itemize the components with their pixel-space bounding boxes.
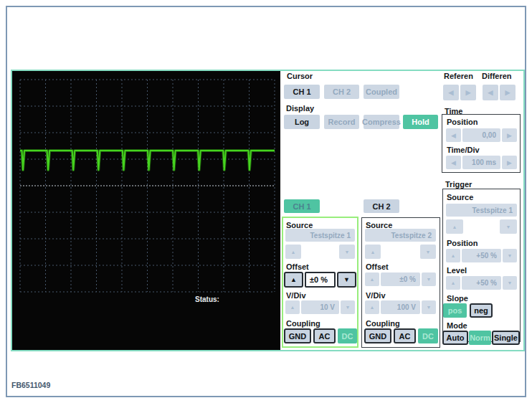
trigger-position-spinner: ▲ +50 % ▼: [446, 249, 517, 262]
differen-prev-button[interactable]: ◀: [483, 85, 498, 100]
ch1-source-up-button[interactable]: ▲: [285, 245, 301, 259]
arrow-up-icon: ▲: [370, 277, 375, 282]
ch1-offset-value: ±0 %: [305, 272, 336, 288]
arrow-up-icon: ▲: [451, 280, 456, 285]
display-compress-button[interactable]: Compress: [364, 115, 399, 129]
arrow-left-icon: ◀: [449, 89, 454, 96]
ch1-tab-button[interactable]: CH 1: [284, 199, 320, 213]
trigger-slope-label: Slope: [447, 294, 468, 303]
oscilloscope-app: { "footer_id": "FB6511049", "scope": { "…: [0, 0, 532, 403]
arrow-down-icon: ▼: [506, 224, 511, 229]
ch1-vdiv-spinner: ▲ 10 V ▼: [285, 300, 355, 314]
arrow-up-icon: ▲: [290, 305, 295, 310]
ch1-offset-down-button[interactable]: ▼: [337, 272, 356, 288]
cursor-ch1-button[interactable]: CH 1: [284, 85, 320, 99]
ch1-offset-label: Offset: [286, 262, 309, 271]
arrow-down-icon: ▼: [345, 250, 350, 255]
ch2-offset-down-button[interactable]: ▼: [422, 272, 436, 286]
ch2-vdiv-down-button[interactable]: ▼: [422, 300, 436, 314]
trigger-level-up-button[interactable]: ▲: [446, 276, 460, 290]
ch2-source-selector: ▲ ▼: [365, 245, 436, 259]
trigger-level-down-button[interactable]: ▼: [503, 276, 517, 290]
ch2-vdiv-spinner: ▲ 100 V ▼: [365, 300, 436, 314]
cursor-ch2-button[interactable]: CH 2: [324, 85, 359, 99]
ch1-coupling-label: Coupling: [286, 319, 320, 328]
cursor-coupled-button[interactable]: Coupled: [364, 85, 399, 99]
referen-prev-button[interactable]: ◀: [443, 85, 459, 100]
ch2-vdiv-up-button[interactable]: ▲: [365, 300, 379, 314]
trigger-level-label: Level: [447, 266, 467, 275]
ch2-vdiv-label: V/Div: [366, 291, 386, 300]
ch1-vdiv-label: V/Div: [286, 291, 306, 300]
trigger-level-value: +50 %: [462, 276, 501, 290]
ch2-offset-label: Offset: [366, 262, 389, 271]
display-section-label: Display: [286, 104, 314, 113]
arrow-right-icon: ▶: [466, 89, 471, 96]
ch2-tab-button[interactable]: CH 2: [364, 199, 399, 213]
trigger-section-label: Trigger: [445, 180, 472, 189]
ch1-coupling-ac-button[interactable]: AC: [313, 328, 336, 343]
differen-next-button[interactable]: ▶: [500, 85, 516, 100]
mode-norm-button[interactable]: Norm: [469, 331, 491, 345]
trigger-position-label: Position: [447, 239, 478, 247]
arrow-right-icon: ▶: [507, 159, 512, 166]
ch2-source-spacer: [382, 245, 419, 259]
display-record-button[interactable]: Record: [324, 115, 359, 129]
arrow-up-icon: ▲: [291, 250, 296, 255]
ch2-coupling-ac-button[interactable]: AC: [394, 328, 416, 343]
trigger-position-up-button[interactable]: ▲: [446, 249, 460, 262]
ch1-coupling-gnd-button[interactable]: GND: [284, 328, 311, 343]
time-position-decrease-button[interactable]: ◀: [446, 128, 461, 142]
waveform-plot: [12, 71, 280, 350]
trigger-source-label: Source: [447, 193, 473, 202]
arrow-down-icon: ▼: [346, 305, 351, 310]
arrow-down-icon: ▼: [426, 250, 431, 255]
ch1-source-value: Testspitze 1: [285, 229, 355, 242]
ch1-vdiv-down-button[interactable]: ▼: [341, 300, 355, 314]
ch2-offset-spinner: ▲ ±0 % ▼: [365, 272, 436, 286]
arrow-down-icon: ▼: [508, 280, 513, 285]
mode-auto-button[interactable]: Auto: [442, 331, 468, 345]
trigger-source-spacer: [465, 219, 498, 234]
ch2-coupling-gnd-button[interactable]: GND: [364, 328, 391, 343]
ch1-offset-up-button[interactable]: ▲: [284, 272, 303, 288]
arrow-up-icon: ▲: [371, 250, 376, 255]
ch2-source-down-button[interactable]: ▼: [420, 245, 436, 259]
arrow-up-icon: ▲: [370, 305, 375, 310]
status-label: Status:: [195, 295, 219, 303]
arrow-up-icon: ▲: [451, 253, 456, 258]
display-hold-button[interactable]: Hold: [403, 115, 438, 129]
referen-next-button[interactable]: ▶: [460, 85, 476, 100]
arrow-down-icon: ▼: [508, 253, 513, 258]
arrow-up-icon: ▲: [290, 277, 297, 283]
timediv-decrease-button[interactable]: ◀: [446, 156, 461, 169]
timediv-increase-button[interactable]: ▶: [502, 156, 517, 169]
mode-single-button[interactable]: Single: [492, 331, 520, 345]
display-log-button[interactable]: Log: [284, 115, 320, 129]
arrow-left-icon: ◀: [488, 89, 493, 96]
ch2-vdiv-value: 100 V: [381, 300, 420, 314]
figure-id-label: FB6511049: [11, 381, 50, 389]
trigger-position-down-button[interactable]: ▼: [503, 249, 517, 262]
arrow-down-icon: ▼: [427, 277, 432, 282]
ch2-coupling-dc-button[interactable]: DC: [418, 328, 438, 343]
trigger-source-down-button[interactable]: ▼: [500, 219, 517, 234]
ch1-vdiv-up-button[interactable]: ▲: [285, 300, 300, 314]
timediv-value: 100 ms: [462, 156, 500, 169]
timediv-label: Time/Div: [447, 146, 480, 154]
timediv-spinner: ◀ 100 ms ▶: [446, 156, 517, 169]
ch2-source-up-button[interactable]: ▲: [365, 245, 381, 259]
ch1-source-down-button[interactable]: ▼: [339, 245, 355, 259]
ch1-coupling-dc-button[interactable]: DC: [338, 328, 357, 343]
slope-neg-button[interactable]: neg: [470, 303, 493, 318]
arrow-down-icon: ▼: [343, 277, 350, 283]
ch1-source-spacer: [303, 245, 338, 259]
slope-pos-button[interactable]: pos: [443, 303, 467, 318]
trigger-position-value: +50 %: [462, 249, 501, 262]
time-position-increase-button[interactable]: ▶: [502, 128, 517, 142]
ch2-source-value: Testspitze 2: [365, 229, 436, 242]
arrow-right-icon: ▶: [507, 132, 512, 139]
trigger-source-selector: ▲ ▼: [446, 219, 517, 234]
ch2-offset-up-button[interactable]: ▲: [365, 272, 379, 286]
trigger-source-up-button[interactable]: ▲: [446, 219, 463, 234]
